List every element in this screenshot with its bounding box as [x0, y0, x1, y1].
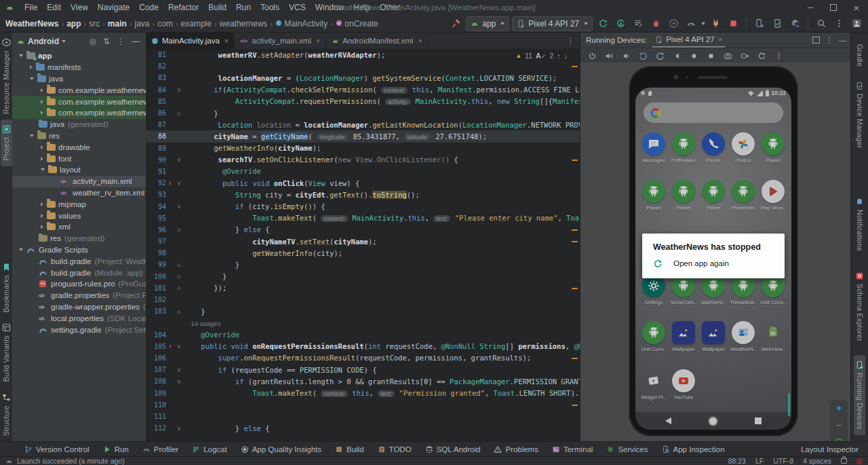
override-marker-icon[interactable]: ↑ — [166, 343, 174, 350]
search-everywhere-icon[interactable] — [814, 17, 829, 31]
rotate-right-button[interactable] — [652, 49, 667, 62]
toolwindow-app-quality-insights[interactable]: App Quality Insights — [241, 445, 321, 453]
code-line-84[interactable]: 84∨ if(ActivityCompat.checkSelfPermissio… — [146, 84, 580, 96]
menu-item-code[interactable]: Code — [134, 0, 163, 15]
tool-strip-device-manager[interactable]: Device Manager — [854, 76, 865, 154]
overview-button[interactable] — [703, 49, 718, 62]
tree-caret-icon[interactable] — [41, 100, 43, 104]
device-selector[interactable]: Pixel 4 API 27 — [512, 16, 593, 31]
tree-caret-icon[interactable] — [41, 202, 43, 206]
fold-toggle-icon[interactable]: ⌂ — [174, 308, 184, 315]
status-message[interactable]: Launch succeeded (a minute ago) — [17, 457, 125, 465]
fold-toggle-icon[interactable]: ∨ — [174, 367, 184, 373]
code-line-97[interactable]: 97 cityNameTV.setText(cityName); — [146, 236, 580, 247]
power-button[interactable] — [585, 49, 599, 62]
fold-toggle-icon[interactable]: ∨ — [174, 425, 184, 432]
fold-toggle-icon[interactable]: ∨ — [174, 378, 184, 385]
apply-changes-icon[interactable]: A — [613, 17, 628, 31]
stop-icon[interactable] — [726, 17, 741, 31]
breadcrumb-item-java[interactable]: java — [134, 19, 151, 29]
breadcrumb-item-main[interactable]: main — [106, 19, 128, 29]
code-line-90[interactable]: 90∨ searchTV.setOnClickListener(new View… — [146, 154, 580, 166]
code-line-89[interactable]: 89 getWeatherInfo(cityName); — [146, 143, 580, 154]
app-weathern-[interactable]: WeatherN.. — [728, 321, 758, 360]
line-separator[interactable]: LF — [755, 457, 764, 465]
tree-row-gradle-wrapper-properties[interactable]: </>gradle-wrapper.properties(Grad — [12, 301, 146, 313]
app-phone[interactable]: Phone — [698, 132, 728, 172]
tree-row-build-gradle[interactable]: build.gradle(Module :app) — [12, 267, 146, 278]
tree-caret-icon[interactable] — [41, 157, 43, 161]
locate-file-icon[interactable]: ◎ — [87, 37, 98, 46]
tree-caret-icon[interactable] — [41, 214, 43, 218]
toolwindow-services[interactable]: Services — [606, 445, 648, 453]
home-button[interactable] — [686, 49, 701, 62]
tool-strip-build-variants[interactable]: Build Variants — [1, 318, 12, 387]
close-tab-icon[interactable]: × — [718, 35, 723, 43]
tree-row-font[interactable]: font — [12, 153, 146, 164]
code-line-96[interactable]: 96⌂ } else { — [146, 224, 580, 236]
app-photos[interactable]: Photos — [728, 132, 758, 172]
lock-icon[interactable] — [841, 458, 847, 464]
pair-devices-icon[interactable] — [752, 17, 767, 31]
volume-down-button[interactable] — [618, 49, 633, 62]
tool-strip-schema-explorer[interactable]: OSchema Explorer — [854, 266, 865, 347]
menu-item-other[interactable]: Other — [375, 0, 405, 15]
tree-caret-icon[interactable] — [41, 145, 43, 149]
tree-row-settings-gradle[interactable]: settings.gradle(Project Settings) — [12, 324, 146, 335]
tree-caret-icon[interactable] — [41, 168, 45, 171]
tree-row-gradle-scripts[interactable]: Gradle Scripts — [12, 244, 146, 256]
tool-strip-resource-manager[interactable]: Resource Manager — [1, 33, 12, 119]
code-area[interactable]: 81 weatherRV.setAdapter(weatherRVAdapter… — [146, 49, 580, 441]
menu-item-run[interactable]: Run — [231, 0, 256, 15]
toolwindow-logcat[interactable]: Logcat — [192, 445, 227, 453]
code-line-99[interactable]: 99⌂ } — [146, 259, 580, 270]
breadcrumb-item-com[interactable]: com — [156, 19, 174, 29]
fold-toggle-icon[interactable]: ⌂ — [174, 273, 184, 280]
profiler-icon[interactable] — [684, 17, 698, 31]
tree-row-res[interactable]: res(generated) — [12, 233, 146, 244]
toolwindow-todo[interactable]: TODO — [378, 445, 412, 453]
app-widget-pr-[interactable]: Widget Pr.. — [639, 369, 669, 409]
emulator-screen[interactable]: 10:22 MessagesPdfReaderPhonePhotosPlanet… — [635, 88, 791, 430]
extended-controls-icon[interactable] — [771, 49, 786, 62]
menu-item-build[interactable]: Build — [203, 0, 231, 15]
nav-home-button[interactable] — [709, 417, 717, 425]
breadcrumb-item-src[interactable]: src — [87, 19, 101, 29]
code-line-95[interactable]: 95 Toast.makeText( context: MainActivity… — [146, 212, 580, 224]
code-line-108[interactable]: 108∨ if (grantResults.length > 0 && gran… — [146, 375, 580, 387]
screen-record-button[interactable] — [737, 49, 752, 62]
app-unit-conv-[interactable]: Unit Conv.. — [758, 274, 788, 314]
rotate-left-button[interactable] — [635, 49, 650, 62]
toolwindow-profiler[interactable]: Profiler — [142, 445, 178, 453]
app-messages[interactable]: Messages — [639, 132, 669, 172]
code-line-87[interactable]: 87 Location location = locationManager.g… — [146, 119, 580, 130]
tree-row-proguard-rules-pro[interactable]: proguard-rules.pro(ProGuard Ru — [12, 278, 146, 290]
tool-strip-gradle[interactable]: Gradle — [854, 35, 865, 72]
tree-row-res[interactable]: res — [12, 130, 146, 142]
indent-style[interactable]: 4 spaces — [803, 457, 831, 465]
editor-tab-androidmanifest-xml[interactable]: AndroidManifest.xml× — [326, 33, 429, 49]
fold-toggle-icon[interactable]: ∨ — [174, 203, 184, 210]
more-options-icon[interactable] — [831, 17, 846, 31]
rerun-icon[interactable] — [595, 17, 610, 31]
toolwindow-layout-inspector[interactable]: Layout Inspector — [797, 445, 859, 453]
device-manager-icon[interactable] — [770, 17, 785, 31]
snapshot-button[interactable] — [754, 49, 769, 62]
tree-row-mipmap[interactable]: mipmap — [12, 198, 146, 210]
panel-options-icon[interactable]: ⋮ — [825, 35, 833, 45]
caret-position[interactable]: 88:23 — [728, 457, 746, 465]
app-wallpaper[interactable]: Wallpaper — [698, 321, 728, 360]
warning-stripe-mark[interactable] — [572, 66, 578, 67]
ide-errors-icon[interactable] — [856, 458, 863, 464]
app-showcont-[interactable]: showCont.. — [669, 274, 698, 314]
toolwindow-build[interactable]: Build — [335, 445, 364, 453]
run-with-coverage-icon[interactable] — [666, 17, 681, 31]
code-line-98[interactable]: 98 getWeatherInfo(city); — [146, 247, 580, 259]
collapse-all-icon[interactable]: ⇅ — [101, 37, 112, 46]
code-line-110[interactable]: 110 — [146, 399, 580, 411]
device-tab[interactable]: Pixel 4 API 27 × — [652, 33, 725, 48]
tree-row-com-example-weathernews[interactable]: com.example.weathernews(a — [12, 96, 146, 107]
code-line-111[interactable]: 111 — [146, 411, 580, 422]
tool-strip-project[interactable]: Project — [1, 119, 12, 166]
attach-debugger-icon[interactable] — [708, 17, 723, 31]
